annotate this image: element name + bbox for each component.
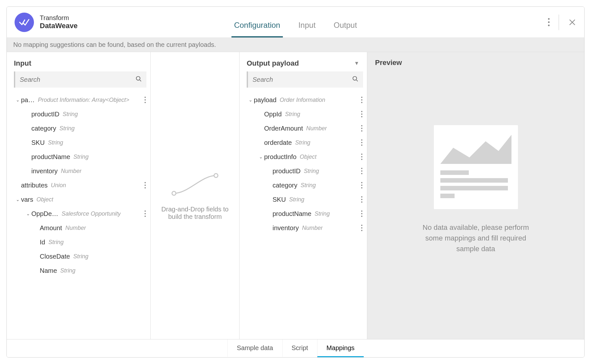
preview-column: Preview No data available, ple — [367, 52, 584, 339]
footer-tab-mappings[interactable]: Mappings — [317, 339, 364, 357]
header: Transform DataWeave Configuration Input … — [7, 7, 584, 38]
output-dropdown-icon[interactable]: ▼ — [354, 60, 359, 66]
row-menu-button[interactable] — [143, 95, 147, 104]
output-row[interactable]: ⌄payloadOrder Information — [245, 93, 366, 107]
chevron-down-icon[interactable]: ⌄ — [15, 197, 21, 202]
output-row[interactable]: SKUString — [245, 192, 366, 207]
chevron-down-icon[interactable]: ⌄ — [25, 211, 31, 216]
svg-point-1 — [172, 191, 176, 195]
output-row[interactable]: productNameString — [245, 207, 366, 221]
input-row[interactable]: productNameString — [13, 150, 149, 164]
output-search[interactable] — [247, 71, 363, 88]
input-row[interactable]: ⌄OppDe…Salesforce Opportunity — [13, 207, 149, 221]
output-column: Output payload ▼ ⌄payloadOrder Informati… — [240, 52, 367, 339]
row-menu-button[interactable] — [360, 152, 364, 161]
row-menu-button[interactable] — [360, 124, 364, 133]
row-menu-button[interactable] — [360, 195, 364, 204]
output-field-name: SKU — [273, 196, 286, 203]
tab-configuration[interactable]: Configuration — [231, 21, 283, 37]
input-field-type: String — [60, 267, 75, 274]
input-field-name: Name — [40, 267, 57, 274]
input-row[interactable]: ⌄varsObject — [13, 192, 149, 207]
output-field-type: Object — [300, 154, 317, 160]
chevron-down-icon[interactable]: ⌄ — [258, 154, 264, 159]
input-row[interactable]: CloseDateString — [13, 249, 149, 263]
input-row[interactable]: inventoryNumber — [13, 164, 149, 178]
input-row[interactable]: ⌄pa…Product Information: Array<Object> — [13, 93, 149, 107]
more-options-button[interactable] — [548, 18, 550, 26]
output-row[interactable]: orderdateString — [245, 135, 366, 150]
input-field-name: category — [31, 125, 56, 132]
output-field-name: payload — [254, 96, 276, 104]
output-field-type: String — [295, 139, 310, 146]
input-row[interactable]: NameString — [13, 263, 149, 278]
input-field-name: pa… — [21, 96, 35, 104]
output-search-field[interactable] — [253, 76, 352, 83]
preview-title: Preview — [375, 59, 576, 67]
input-field-name: attributes — [21, 182, 48, 189]
input-search[interactable] — [14, 71, 146, 88]
input-row[interactable]: IdString — [13, 235, 149, 249]
input-column: Input ⌄pa…Product Information: Array<Obj… — [7, 52, 151, 339]
input-field-type: Product Information: Array<Object> — [38, 97, 129, 103]
svg-point-3 — [353, 77, 357, 80]
mapping-drop-zone[interactable]: Drag-and-Drop fields to build the transf… — [151, 52, 240, 339]
output-row[interactable]: OrderAmountNumber — [245, 121, 366, 135]
input-field-name: SKU — [31, 139, 45, 146]
output-field-name: orderdate — [264, 139, 292, 146]
output-field-type: String — [285, 111, 300, 118]
output-row[interactable]: OppIdString — [245, 107, 366, 121]
output-field-type: String — [301, 182, 316, 189]
row-menu-button[interactable] — [360, 223, 364, 232]
input-row[interactable]: categoryString — [13, 121, 149, 135]
output-field-type: Number — [302, 225, 323, 231]
row-menu-button[interactable] — [360, 181, 364, 190]
chevron-down-icon[interactable]: ⌄ — [15, 97, 21, 102]
input-row[interactable]: productIDString — [13, 107, 149, 121]
tab-input[interactable]: Input — [296, 21, 318, 37]
input-field-name: productName — [31, 153, 70, 161]
input-field-type: String — [48, 139, 63, 146]
output-row[interactable]: ⌄productInfoObject — [245, 150, 366, 164]
output-field-name: productName — [273, 210, 311, 218]
row-menu-button[interactable] — [143, 181, 147, 190]
title-block: Transform DataWeave — [40, 14, 78, 30]
info-bar: No mapping suggestions can be found, bas… — [7, 38, 584, 52]
tab-output[interactable]: Output — [331, 21, 360, 37]
row-menu-button[interactable] — [360, 166, 364, 176]
close-button[interactable] — [568, 18, 576, 27]
row-menu-button[interactable] — [143, 209, 147, 218]
input-search-field[interactable] — [20, 76, 135, 83]
input-field-type: Union — [51, 182, 66, 189]
header-tabs: Configuration Input Output — [231, 21, 360, 37]
header-actions — [548, 15, 576, 30]
output-row[interactable]: inventoryNumber — [245, 221, 366, 235]
footer-tab-script[interactable]: Script — [282, 339, 317, 357]
input-field-type: Salesforce Opportunity — [61, 210, 121, 217]
drop-hint-text: Drag-and-Drop fields to build the transf… — [158, 206, 231, 220]
output-row[interactable]: categoryString — [245, 178, 366, 192]
row-menu-button[interactable] — [360, 138, 364, 147]
input-row[interactable]: attributesUnion — [13, 178, 149, 192]
footer-tab-sample-data[interactable]: Sample data — [227, 339, 282, 357]
dataweave-logo-icon — [15, 13, 34, 32]
input-field-name: vars — [21, 196, 33, 203]
row-menu-button[interactable] — [360, 209, 364, 218]
row-menu-button[interactable] — [360, 95, 364, 104]
input-row[interactable]: SKUString — [13, 135, 149, 150]
chevron-down-icon[interactable]: ⌄ — [247, 97, 254, 102]
dataweave-panel: Transform DataWeave Configuration Input … — [6, 6, 585, 358]
row-menu-button[interactable] — [360, 110, 364, 119]
preview-empty-text: No data available, please perform some m… — [414, 222, 537, 254]
curve-icon — [169, 171, 221, 200]
input-field-type: String — [48, 239, 64, 246]
footer-tabs: Sample data Script Mappings — [7, 339, 584, 357]
component-type-label: Transform — [40, 14, 78, 22]
input-row[interactable]: AmountNumber — [13, 221, 149, 235]
placeholder-card-icon — [434, 125, 518, 209]
search-icon — [352, 76, 359, 83]
output-row[interactable]: productIDString — [245, 164, 366, 178]
svg-marker-4 — [440, 135, 511, 164]
output-title-label: Output payload — [247, 59, 299, 68]
output-field-type: Order Information — [280, 97, 325, 103]
